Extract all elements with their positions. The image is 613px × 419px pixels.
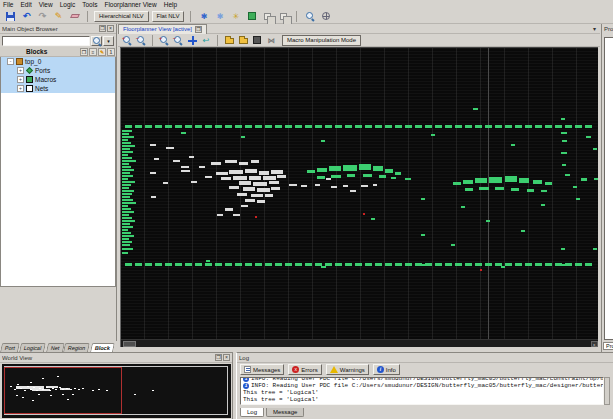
- macro-block-green: [363, 174, 372, 177]
- tab-port[interactable]: Port: [0, 343, 20, 352]
- log-filter-errors[interactable]: xErrors: [288, 364, 321, 375]
- export-button[interactable]: [245, 10, 258, 22]
- tree-item-nets[interactable]: +Nets: [1, 84, 115, 93]
- object-browser-search-row: ▾: [0, 34, 116, 47]
- redo-button[interactable]: ↷: [36, 10, 49, 22]
- world-view-map[interactable]: [2, 364, 231, 418]
- tab-region[interactable]: Region: [63, 343, 90, 352]
- macro-block: [361, 185, 368, 187]
- link-button[interactable]: [261, 10, 274, 22]
- search-options-dropdown[interactable]: ▾: [103, 36, 114, 46]
- log-vscrollbar[interactable]: [604, 377, 610, 405]
- menu-help[interactable]: Help: [164, 1, 177, 8]
- io-row-strip: [125, 263, 595, 266]
- world-button[interactable]: [319, 10, 332, 22]
- tab-list-dropdown-icon[interactable]: ▾: [593, 25, 600, 32]
- menu-edit[interactable]: Edit: [20, 1, 31, 8]
- zoom-selection-button[interactable]: −: [172, 35, 184, 46]
- zoom-out-button[interactable]: −: [135, 35, 147, 46]
- save-button[interactable]: [4, 10, 17, 22]
- edit-icon[interactable]: ✎: [98, 48, 106, 56]
- tree-item-ports[interactable]: +Ports: [1, 66, 115, 75]
- expander-icon[interactable]: +: [17, 76, 24, 83]
- world-view-title: World View: [2, 355, 214, 361]
- flat-nlv-button[interactable]: Flat NLV: [152, 11, 185, 22]
- macro-block-green: [395, 172, 401, 175]
- search-input[interactable]: [2, 36, 90, 46]
- macro-block: [350, 190, 356, 192]
- menu-logic[interactable]: Logic: [60, 1, 76, 8]
- macro-block: [233, 214, 240, 216]
- macro-block-green: [576, 198, 580, 200]
- erase-button[interactable]: [68, 10, 81, 22]
- macro-block-green: [541, 190, 547, 192]
- tree-item-top_0[interactable]: -top_0: [1, 57, 115, 66]
- macro-block: [150, 144, 156, 146]
- add-instance-button[interactable]: ✱: [197, 10, 210, 22]
- open-view-button[interactable]: [237, 35, 249, 46]
- minimap-dot: [59, 387, 61, 388]
- log-filter-messages[interactable]: Messages: [240, 364, 284, 375]
- block-view-button[interactable]: [251, 35, 263, 46]
- log-tab-log[interactable]: Log: [240, 408, 264, 417]
- minimap-dot: [98, 389, 100, 390]
- float-panel-icon[interactable]: ❐: [99, 25, 106, 32]
- link-alt-button[interactable]: [277, 10, 290, 22]
- undo-button[interactable]: ↶: [20, 10, 33, 22]
- log-panel: Log MessagesxErrorsWarningsiInfo iINFO: …: [236, 352, 613, 419]
- detach-icon[interactable]: ❐: [80, 48, 88, 56]
- list-icon[interactable]: ≡: [89, 48, 97, 56]
- gear-icon: ✳: [233, 12, 240, 21]
- add-instance-alt-button[interactable]: ✱: [213, 10, 226, 22]
- info-icon: i: [243, 377, 249, 382]
- blocks-header-label: Blocks: [26, 48, 47, 55]
- hierarchical-nlv-button[interactable]: Hierarchical NLV: [94, 11, 149, 22]
- viewport-rectangle[interactable]: [4, 367, 122, 414]
- tab-logical[interactable]: Logical: [19, 343, 46, 352]
- world-icon: [322, 12, 330, 20]
- log-content[interactable]: iINFO: Reading User PDC file C:/Users/sm…: [240, 377, 604, 405]
- macro-block-green: [593, 148, 597, 150]
- new-view-button[interactable]: [223, 35, 235, 46]
- fit-view-button[interactable]: [186, 35, 198, 46]
- edit-properties-button[interactable]: ✳: [229, 10, 242, 22]
- expander-icon[interactable]: -: [7, 58, 14, 65]
- minimap-dot: [72, 394, 74, 395]
- log-filter-info[interactable]: iInfo: [373, 364, 400, 375]
- magnifier-icon: [306, 12, 314, 20]
- menu-floorplanner-view[interactable]: Floorplanner View: [104, 1, 156, 8]
- expander-icon[interactable]: +: [17, 85, 24, 92]
- io-pad-block: [122, 244, 130, 246]
- expander-icon[interactable]: +: [17, 67, 24, 74]
- canvas-hscrollbar[interactable]: ▸: [121, 339, 598, 347]
- zoom-in-button[interactable]: +: [121, 35, 133, 46]
- log-filter-warnings[interactable]: Warnings: [326, 364, 369, 375]
- tab-block[interactable]: Block: [90, 343, 115, 352]
- log-tab-message[interactable]: Message: [266, 408, 304, 417]
- tab-floorplanner-view[interactable]: Floorplanner View [active] ❐: [118, 24, 207, 34]
- tab-net[interactable]: Net: [46, 343, 64, 352]
- close-panel-icon[interactable]: ×: [107, 25, 114, 32]
- macro-manipulation-mode-button[interactable]: Macro Manipulation Mode: [282, 35, 361, 46]
- macro-block-green: [521, 230, 525, 232]
- minimap-dot: [30, 382, 32, 383]
- close-panel-icon[interactable]: ×: [223, 354, 230, 361]
- floorplan-canvas[interactable]: ▸: [120, 47, 598, 347]
- menu-file[interactable]: File: [3, 1, 13, 8]
- menu-tools[interactable]: Tools: [82, 1, 97, 8]
- search-button[interactable]: [91, 36, 102, 46]
- float-panel-icon[interactable]: ❐: [215, 354, 222, 361]
- io-row-strip: [125, 125, 595, 128]
- edit-button[interactable]: ✎: [52, 10, 65, 22]
- pan-button[interactable]: ↩: [200, 35, 212, 46]
- hscrollbar-right-arrow[interactable]: ▸: [591, 341, 598, 347]
- zoom-window-button[interactable]: +: [158, 35, 170, 46]
- menu-view[interactable]: View: [39, 1, 53, 8]
- tree-item-macros[interactable]: +Macros: [1, 75, 115, 84]
- properties-tab[interactable]: Properties: [603, 342, 613, 350]
- zoom-tool-button[interactable]: [303, 10, 316, 22]
- errors-icon: x: [292, 366, 299, 373]
- disconnect-button[interactable]: ⋈: [265, 35, 277, 46]
- tab-float-icon[interactable]: ❐: [195, 26, 202, 33]
- hscrollbar-thumb[interactable]: [123, 341, 136, 347]
